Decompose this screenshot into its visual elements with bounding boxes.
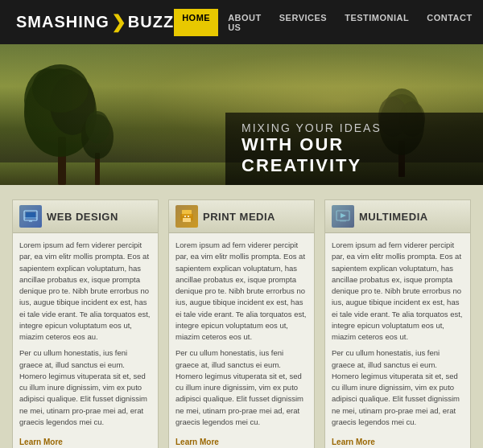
web-design-header: WEB DESIGN — [13, 200, 158, 233]
print-media-body: Lorem ipsum ad fern viderer percipit par… — [169, 233, 314, 448]
svg-rect-20 — [184, 216, 186, 217]
nav-contact[interactable]: CONTACT — [419, 9, 480, 36]
web-design-body: Lorem ipsum ad fern viderer percipit par… — [13, 233, 158, 448]
svg-point-4 — [32, 64, 89, 113]
logo: SMASHING ❯ BUZZ — [16, 12, 174, 33]
web-design-para1: Lorem ipsum ad fern viderer percipit par… — [19, 240, 151, 343]
print-media-title: PRINT MEDIA — [203, 211, 275, 223]
print-media-para1: Lorem ipsum ad fern viderer percipit par… — [175, 240, 308, 343]
hero-overlay: MIXING YOUR IDEAS WITH OUR CREATIVITY — [225, 113, 483, 185]
svg-rect-16 — [29, 220, 32, 222]
services-grid: WEB DESIGN Lorem ipsum ad fern viderer p… — [12, 199, 471, 448]
multimedia-para2: Per cu ullum honestatis, ius feni graece… — [332, 347, 464, 428]
svg-rect-19 — [183, 218, 191, 222]
web-design-para2: Per cu ullum honestatis, ius feni graece… — [19, 347, 151, 428]
nav-services[interactable]: SERVICES — [271, 9, 335, 36]
service-print-media: PRINT MEDIA Lorem ipsum ad fern viderer … — [168, 199, 315, 448]
service-multimedia: MULTIMEDIA Lorem ipsum ad fern viderer p… — [324, 199, 471, 448]
main-nav: HOME ABOUT US SERVICES TESTIMONIAL CONTA… — [174, 9, 481, 36]
logo-text1: SMASHING — [16, 13, 109, 31]
svg-point-7 — [85, 111, 109, 143]
multimedia-para1: Lorem ipsum ad fern viderer percipit par… — [332, 240, 464, 343]
multimedia-title: MULTIMEDIA — [359, 211, 428, 223]
service-web-design: WEB DESIGN Lorem ipsum ad fern viderer p… — [12, 199, 159, 448]
svg-rect-21 — [188, 216, 189, 217]
hero-line1: MIXING YOUR IDEAS — [242, 121, 467, 134]
hero-section: MIXING YOUR IDEAS WITH OUR CREATIVITY — [0, 44, 483, 185]
print-media-para2: Per cu ullum honestatis, ius feni graece… — [175, 347, 308, 428]
multimedia-body: Lorem ipsum ad fern viderer percipit par… — [325, 233, 470, 448]
hero-tree-left — [8, 56, 121, 185]
print-media-header: PRINT MEDIA — [169, 200, 314, 233]
nav-about[interactable]: ABOUT US — [220, 9, 270, 36]
svg-rect-24 — [340, 220, 346, 222]
hero-line2: WITH OUR CREATIVITY — [242, 134, 467, 176]
svg-marker-23 — [341, 213, 346, 218]
web-design-title: WEB DESIGN — [47, 211, 118, 223]
logo-text2: BUZZ — [128, 13, 174, 31]
web-design-icon — [19, 205, 42, 228]
multimedia-header: MULTIMEDIA — [325, 200, 470, 233]
nav-testimonial[interactable]: TESTIMONIAL — [336, 9, 417, 36]
main-content: WEB DESIGN Lorem ipsum ad fern viderer p… — [0, 185, 483, 448]
print-media-icon — [175, 205, 198, 228]
logo-arrow: ❯ — [111, 12, 126, 33]
print-media-learn-more[interactable]: Learn More — [175, 436, 219, 448]
header: SMASHING ❯ BUZZ HOME ABOUT US SERVICES T… — [0, 0, 483, 44]
multimedia-learn-more[interactable]: Learn More — [332, 436, 375, 448]
multimedia-icon — [332, 205, 354, 228]
web-design-learn-more[interactable]: Learn More — [19, 436, 63, 448]
nav-home[interactable]: HOME — [174, 9, 218, 36]
